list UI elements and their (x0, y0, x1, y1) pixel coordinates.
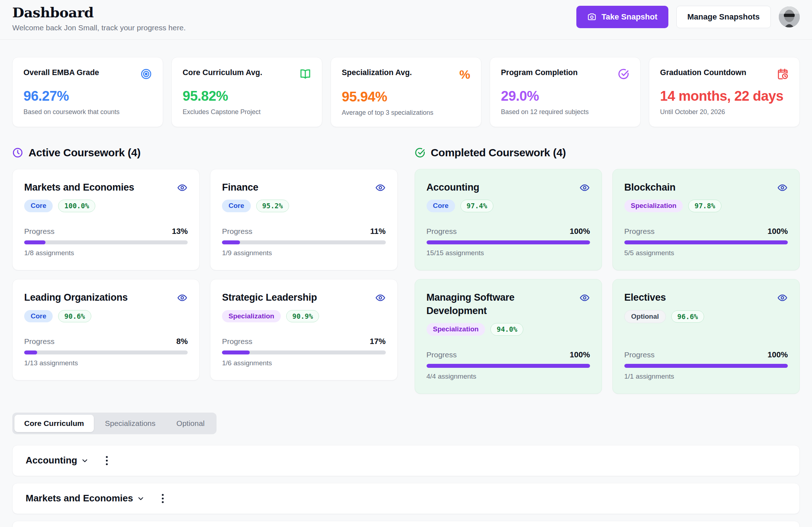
progress-label: Progress (222, 337, 252, 346)
stat-caption: Based on coursework that counts (23, 108, 152, 116)
course-card-managing-software-development[interactable]: Managing Software Development Specializa… (415, 279, 602, 394)
eye-icon[interactable] (579, 182, 590, 193)
course-title: Electives (624, 291, 666, 304)
header-left: Dashboard Welcome back Jon Small, track … (12, 4, 185, 32)
course-title: Finance (222, 181, 258, 194)
course-title: Strategic Leadership (222, 291, 317, 304)
progress-value: 100% (569, 227, 590, 236)
course-grade-badge: 94.0% (490, 323, 523, 336)
progress-bar (427, 240, 590, 244)
course-title: Managing Software Development (427, 291, 573, 317)
eye-icon[interactable] (177, 292, 188, 303)
progress-value: 11% (370, 227, 386, 236)
assignments-label: 1/1 assignments (624, 373, 788, 380)
progress-bar (24, 350, 188, 354)
curriculum-tabs: Core Curriculum Specializations Optional (12, 413, 217, 434)
progress-bar (222, 240, 385, 244)
tab-core-curriculum[interactable]: Core Curriculum (14, 415, 94, 432)
subject-row-toggle[interactable]: Markets and Economies (26, 493, 145, 504)
stat-caption: Until October 20, 2026 (660, 108, 789, 116)
course-grade-badge: 97.8% (688, 200, 721, 212)
progress-value: 13% (172, 227, 188, 236)
progress-value: 100% (569, 350, 590, 360)
progress-label: Progress (24, 227, 54, 236)
stat-value: 14 months, 22 days (660, 88, 789, 104)
tab-specializations[interactable]: Specializations (95, 415, 165, 432)
course-card-leading-organizations[interactable]: Leading Organizations Core 90.6% Progres… (12, 279, 200, 380)
chevron-down-icon (81, 457, 89, 465)
stat-value: 29.0% (501, 88, 629, 104)
page-title: Dashboard (12, 4, 185, 21)
course-grade-badge: 96.6% (671, 310, 704, 323)
subject-row-accounting[interactable]: Accounting (12, 445, 800, 476)
progress-label: Progress (427, 350, 457, 359)
subject-list: Accounting Markets and Economies Finance (12, 445, 800, 527)
book-open-icon (300, 68, 311, 80)
user-avatar[interactable] (779, 6, 800, 27)
calendar-clock-icon (777, 68, 789, 80)
stat-card-graduation-countdown: Graduation Countdown 14 months, 22 days … (649, 57, 800, 127)
check-circle-icon (415, 147, 425, 158)
kebab-menu-icon[interactable] (105, 455, 108, 466)
course-card-accounting[interactable]: Accounting Core 97.4% Progress 100% 15/1… (415, 169, 602, 270)
kebab-menu-icon[interactable] (161, 493, 164, 504)
course-card-finance[interactable]: Finance Core 95.2% Progress 11% 1/9 assi… (210, 169, 397, 270)
coursework-sections: Active Coursework (4) Markets and Econom… (12, 147, 800, 394)
eye-icon[interactable] (375, 292, 386, 303)
progress-value: 8% (176, 337, 188, 346)
assignments-label: 1/8 assignments (24, 249, 188, 257)
course-card-blockchain[interactable]: Blockchain Specialization 97.8% Progress… (612, 169, 800, 270)
chevron-down-icon (137, 495, 145, 502)
subject-row-toggle[interactable]: Accounting (26, 455, 89, 466)
subject-row-finance[interactable]: Finance (12, 521, 800, 527)
page-subtitle: Welcome back Jon Small, track your progr… (12, 23, 185, 32)
progress-bar (24, 240, 188, 244)
stat-caption: Average of top 3 specializations (342, 109, 470, 117)
stat-card-program-completion: Program Completion 29.0% Based on 12 req… (490, 57, 641, 127)
eye-icon[interactable] (777, 292, 788, 303)
stat-caption: Excludes Capstone Project (183, 108, 311, 116)
course-title: Blockchain (624, 181, 676, 194)
progress-label: Progress (222, 227, 252, 236)
assignments-label: 1/13 assignments (24, 359, 188, 367)
percent-icon: % (459, 68, 470, 80)
subject-row-title: Markets and Economies (26, 493, 133, 504)
course-type-badge: Specialization (427, 323, 485, 336)
progress-value: 17% (370, 337, 385, 346)
eye-icon[interactable] (579, 292, 590, 303)
manage-snapshots-label: Manage Snapshots (687, 12, 760, 22)
completed-section-title: Completed Coursework (4) (431, 147, 566, 159)
course-card-markets-and-economies[interactable]: Markets and Economies Core 100.0% Progre… (12, 169, 200, 270)
progress-value: 100% (768, 227, 788, 236)
progress-value: 100% (768, 350, 788, 360)
stat-label: Specialization Avg. (342, 68, 412, 77)
subject-row-title: Accounting (26, 455, 77, 466)
eye-icon[interactable] (375, 182, 386, 193)
tab-optional[interactable]: Optional (167, 415, 214, 432)
camera-icon (587, 12, 597, 22)
page-header: Dashboard Welcome back Jon Small, track … (0, 0, 812, 40)
completed-coursework-section: Completed Coursework (4) Accounting Core… (415, 147, 800, 394)
progress-bar (222, 350, 385, 354)
course-grade-badge: 100.0% (58, 200, 95, 212)
manage-snapshots-button[interactable]: Manage Snapshots (676, 6, 771, 28)
course-title: Leading Organizations (24, 291, 128, 304)
progress-label: Progress (427, 227, 457, 236)
stat-card-overall-grade: Overall EMBA Grade 96.27% Based on cours… (12, 57, 163, 127)
course-card-strategic-leadership[interactable]: Strategic Leadership Specialization 90.9… (210, 279, 397, 380)
subject-row-markets-and-economies[interactable]: Markets and Economies (12, 483, 800, 514)
course-card-electives[interactable]: Electives Optional 96.6% Progress 100% 1… (612, 279, 800, 394)
course-title: Accounting (427, 181, 480, 194)
course-grade-badge: 90.9% (286, 310, 319, 323)
take-snapshot-label: Take Snapshot (602, 12, 658, 22)
course-grade-badge: 95.2% (256, 200, 289, 212)
clock-icon (12, 147, 23, 158)
eye-icon[interactable] (777, 182, 788, 193)
course-type-badge: Optional (624, 310, 666, 323)
take-snapshot-button[interactable]: Take Snapshot (576, 6, 668, 28)
stats-row: Overall EMBA Grade 96.27% Based on cours… (12, 57, 800, 127)
progress-label: Progress (624, 350, 655, 359)
active-coursework-section: Active Coursework (4) Markets and Econom… (12, 147, 398, 394)
eye-icon[interactable] (177, 182, 188, 193)
check-circle-icon (618, 68, 629, 80)
